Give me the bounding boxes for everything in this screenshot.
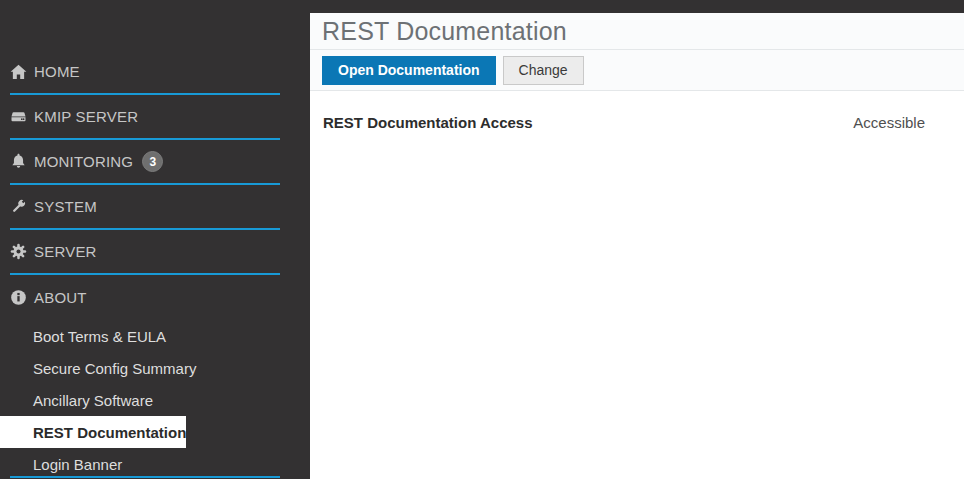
sidebar-item-label: KMIP SERVER: [34, 108, 138, 125]
toolbar: Open Documentation Change: [310, 50, 964, 91]
sidebar-item-label: SYSTEM: [34, 198, 97, 215]
sidebar-item-label: HOME: [34, 63, 80, 80]
sub-item-label: Ancillary Software: [33, 392, 153, 409]
sidebar-item-system[interactable]: SYSTEM: [10, 185, 280, 230]
sidebar-item-label: ABOUT: [34, 289, 87, 306]
setting-label: REST Documentation Access: [323, 114, 533, 131]
sidebar: HOME KMIP SERVER MONITORING 3 SYSTEM: [0, 0, 310, 479]
app-window: HOME KMIP SERVER MONITORING 3 SYSTEM: [0, 0, 964, 479]
open-documentation-button[interactable]: Open Documentation: [322, 56, 496, 85]
sidebar-nav: HOME KMIP SERVER MONITORING 3 SYSTEM: [0, 50, 310, 479]
monitoring-count-badge: 3: [142, 151, 163, 172]
wrench-icon: [10, 198, 27, 215]
setting-row: REST Documentation Access Accessible: [323, 114, 925, 131]
sidebar-subitem-ancillary-software[interactable]: Ancillary Software: [0, 384, 310, 416]
sub-item-label: Login Banner: [33, 456, 122, 473]
sub-item-label: Boot Terms & EULA: [33, 328, 166, 345]
sidebar-item-about[interactable]: ABOUT: [10, 275, 280, 320]
sub-item-label: REST Documentation: [33, 424, 186, 441]
info-icon: [10, 289, 27, 306]
sidebar-subitem-boot-terms-eula[interactable]: Boot Terms & EULA: [0, 320, 310, 352]
sidebar-subitem-secure-config-summary[interactable]: Secure Config Summary: [0, 352, 310, 384]
hard-drive-icon: [10, 108, 27, 125]
sub-item-label: Secure Config Summary: [33, 360, 196, 377]
settings-content: REST Documentation Access Accessible: [310, 91, 964, 479]
main-panel: REST Documentation Open Documentation Ch…: [310, 0, 964, 479]
sidebar-item-kmip-server[interactable]: KMIP SERVER: [10, 95, 280, 140]
sidebar-subitem-rest-documentation[interactable]: REST Documentation: [0, 416, 186, 448]
sidebar-subitem-login-banner[interactable]: Login Banner: [0, 448, 310, 479]
page-title: REST Documentation: [322, 17, 567, 46]
bell-icon: [10, 153, 27, 170]
sidebar-item-label: SERVER: [34, 243, 97, 260]
sidebar-item-home[interactable]: HOME: [10, 50, 280, 95]
home-icon: [10, 63, 27, 80]
page-header: REST Documentation: [310, 13, 964, 50]
change-button[interactable]: Change: [503, 56, 584, 85]
top-bar: [310, 0, 964, 13]
sidebar-bottom-divider: [10, 476, 280, 478]
sidebar-item-server[interactable]: SERVER: [10, 230, 280, 275]
setting-value: Accessible: [853, 114, 925, 131]
gear-icon: [10, 243, 27, 260]
sidebar-item-monitoring[interactable]: MONITORING 3: [10, 140, 280, 185]
about-sub-nav: Boot Terms & EULA Secure Config Summary …: [0, 320, 310, 479]
sidebar-item-label: MONITORING: [34, 153, 133, 170]
